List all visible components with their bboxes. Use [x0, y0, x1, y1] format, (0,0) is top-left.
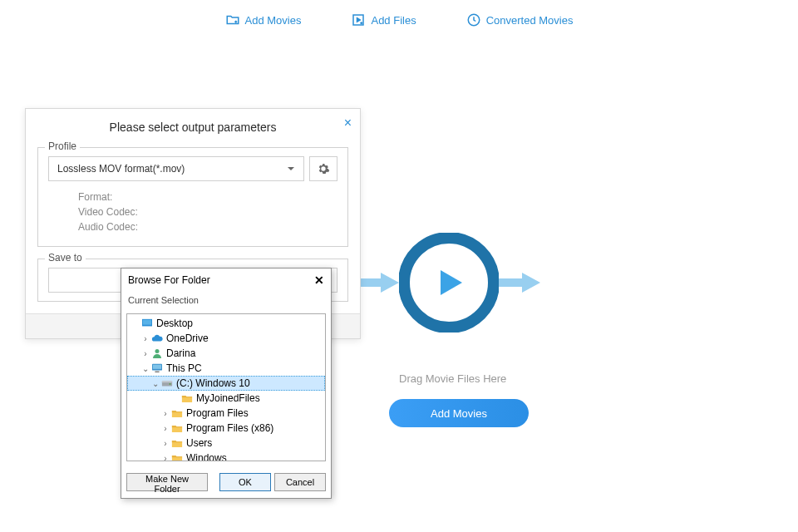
svg-point-12: [170, 383, 171, 385]
svg-point-6: [155, 349, 160, 353]
expander-icon[interactable]: ⌄: [150, 379, 160, 388]
add-files-icon: [351, 12, 366, 27]
profile-settings-button[interactable]: [309, 156, 337, 181]
tree-item[interactable]: ›OneDrive: [127, 331, 325, 346]
gear-icon: [317, 162, 330, 175]
user-icon: [150, 347, 164, 359]
expander-icon[interactable]: ›: [140, 334, 150, 343]
workflow-illustration: [357, 233, 540, 332]
svg-rect-5: [143, 320, 151, 325]
profile-dropdown[interactable]: Lossless MOV format(*.mov): [48, 156, 304, 181]
arrow-right-icon: [357, 270, 399, 295]
close-icon[interactable]: ×: [344, 116, 352, 131]
expander-icon[interactable]: ⌄: [140, 364, 150, 373]
ok-button[interactable]: OK: [219, 473, 271, 491]
browse-subtitle: Current Selection: [121, 292, 331, 313]
add-files-label: Add Files: [371, 14, 416, 27]
folder-icon: [180, 392, 194, 404]
tree-item-label: MyJoinedFiles: [196, 392, 260, 404]
svg-rect-8: [153, 365, 161, 369]
profile-legend: Profile: [45, 140, 80, 152]
svg-rect-9: [155, 371, 159, 372]
add-files-toolbar-button[interactable]: Add Files: [351, 12, 416, 27]
converted-clock-icon: [466, 12, 481, 27]
converted-movies-toolbar-button[interactable]: Converted Movies: [466, 12, 574, 27]
expander-icon[interactable]: ›: [160, 424, 170, 433]
top-toolbar: Add Movies Add Files Converted Movies: [0, 0, 798, 33]
tree-item-label: Darina: [166, 347, 195, 359]
profile-value: Lossless MOV format(*.mov): [57, 163, 185, 175]
tree-item[interactable]: ⌄This PC: [127, 361, 325, 376]
format-label: Format:: [78, 191, 337, 203]
tree-item[interactable]: ›Darina: [127, 346, 325, 361]
tree-item[interactable]: ›Windows: [127, 451, 325, 461]
tree-item[interactable]: ›Program Files: [127, 406, 325, 421]
expander-icon[interactable]: ›: [160, 409, 170, 418]
folder-icon: [170, 407, 184, 419]
drag-hint-text: Drag Movie Files Here: [399, 372, 506, 385]
add-movies-button[interactable]: Add Movies: [389, 399, 529, 427]
profile-fieldset: Profile Lossless MOV format(*.mov) Forma…: [37, 147, 348, 247]
drive-icon: [160, 377, 174, 389]
pc-icon: [150, 362, 164, 374]
tree-item-label: This PC: [166, 362, 202, 374]
expander-icon[interactable]: ›: [140, 349, 150, 358]
saveto-legend: Save to: [45, 252, 86, 264]
tree-item[interactable]: Desktop: [127, 316, 325, 331]
add-movies-toolbar-button[interactable]: Add Movies: [225, 12, 302, 27]
video-codec-label: Video Codec:: [78, 206, 337, 218]
tree-item-label: Program Files (x86): [186, 422, 273, 434]
tree-item-label: Program Files: [186, 407, 249, 419]
close-icon[interactable]: ✕: [314, 273, 324, 287]
browse-title: Browse For Folder: [128, 274, 210, 286]
cancel-button[interactable]: Cancel: [274, 473, 326, 491]
folder-icon: [170, 422, 184, 434]
cloud-icon: [150, 332, 164, 344]
desktop-icon: [140, 318, 154, 329]
folder-icon: [170, 437, 184, 449]
chevron-down-icon: [287, 165, 295, 173]
tree-item[interactable]: MyJoinedFiles: [127, 391, 325, 406]
tree-item-label: Desktop: [156, 318, 193, 329]
audio-codec-label: Audio Codec:: [78, 221, 337, 233]
make-new-folder-button[interactable]: Make New Folder: [126, 473, 208, 491]
tree-item[interactable]: ⌄(C:) Windows 10: [127, 376, 325, 391]
svg-rect-11: [162, 381, 172, 382]
tree-item-label: OneDrive: [166, 332, 209, 344]
folder-tree[interactable]: Desktop›OneDrive›Darina⌄This PC⌄(C:) Win…: [126, 313, 326, 461]
dialog-title: Please select output parameters: [36, 121, 350, 134]
browse-folder-dialog: Browse For Folder ✕ Current Selection De…: [121, 268, 332, 499]
tree-item[interactable]: ›Program Files (x86): [127, 421, 325, 436]
expander-icon[interactable]: ›: [160, 439, 170, 448]
expander-icon[interactable]: ›: [160, 454, 170, 462]
folder-icon: [170, 452, 184, 461]
add-movies-folder-icon: [225, 12, 240, 27]
add-movies-label: Add Movies: [245, 14, 302, 27]
converted-label: Converted Movies: [486, 14, 574, 27]
arrow-right-icon: [499, 270, 540, 295]
tree-item-label: (C:) Windows 10: [176, 377, 250, 389]
tree-item-label: Users: [186, 437, 212, 449]
tree-item-label: Windows: [186, 452, 227, 461]
tree-item[interactable]: ›Users: [127, 436, 325, 451]
play-logo-icon: [399, 233, 499, 332]
